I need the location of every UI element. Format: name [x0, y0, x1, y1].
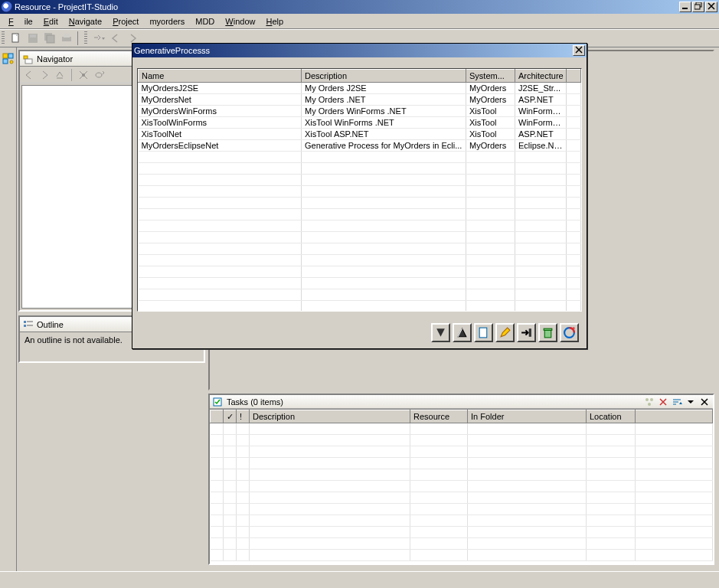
save-all-button[interactable]: [41, 30, 58, 47]
tasks-col-header[interactable]: Resource: [410, 410, 468, 423]
move-down-button[interactable]: [431, 323, 450, 342]
table-row[interactable]: [139, 266, 581, 278]
svg-rect-12: [3, 59, 8, 64]
tasks-col-header[interactable]: [636, 410, 713, 423]
table-row[interactable]: MyOrdersEclipseNetGenerative Process for…: [139, 140, 581, 152]
table-row[interactable]: [139, 198, 581, 209]
restore-button[interactable]: [692, 2, 704, 12]
run-button[interactable]: [560, 323, 579, 342]
perspective-bar: [0, 47, 17, 571]
import-button[interactable]: [517, 323, 536, 342]
edit-button[interactable]: [495, 323, 515, 342]
svg-rect-28: [544, 328, 552, 330]
table-row[interactable]: XisToolNetXisTool ASP.NETXisToolASP.NET: [139, 129, 581, 140]
open-perspective-button[interactable]: [0, 51, 17, 67]
table-row[interactable]: [139, 243, 581, 255]
print-button[interactable]: [58, 30, 75, 47]
nav-up-icon[interactable]: [54, 69, 66, 81]
app-icon: [2, 2, 12, 12]
tasks-row[interactable]: [211, 538, 713, 550]
table-row[interactable]: [139, 255, 581, 266]
tasks-close-icon[interactable]: [699, 397, 710, 407]
toolbar-handle-2[interactable]: [84, 31, 87, 45]
tasks-col-header[interactable]: Description: [250, 410, 410, 423]
tasks-col-header[interactable]: Location: [587, 410, 636, 423]
svg-rect-25: [479, 328, 487, 338]
tasks-row[interactable]: [211, 504, 713, 515]
table-row[interactable]: XisToolWinFormsXisTool WinForms .NETXisT…: [139, 117, 581, 129]
tasks-row[interactable]: [211, 423, 713, 435]
tasks-row[interactable]: [211, 515, 713, 527]
tasks-row[interactable]: [211, 481, 713, 492]
tasks-menu-icon[interactable]: [685, 397, 696, 407]
tasks-row[interactable]: [211, 435, 713, 446]
tasks-col-header[interactable]: In Folder: [468, 410, 587, 423]
tasks-row[interactable]: [211, 527, 713, 538]
menu-edit[interactable]: Edit: [38, 15, 64, 28]
menu-help[interactable]: Help: [260, 15, 289, 28]
save-button[interactable]: [25, 30, 41, 47]
table-row[interactable]: [139, 301, 581, 312]
menu-navigate[interactable]: Navigate: [64, 15, 107, 28]
minimize-button[interactable]: [679, 2, 691, 12]
close-button[interactable]: [705, 2, 717, 12]
col-header[interactable]: System...: [466, 70, 515, 83]
collapse-all-icon[interactable]: [77, 69, 90, 81]
svg-point-16: [82, 74, 85, 77]
tasks-sort-icon[interactable]: [672, 397, 682, 407]
table-row[interactable]: MyOrdersJ2SEMy Orders J2SEMyOrdersJ2SE_S…: [139, 83, 581, 94]
col-header[interactable]: Architecture: [515, 70, 567, 83]
nav-dropdown-button[interactable]: [90, 30, 107, 47]
tasks-col-header[interactable]: ✓: [224, 410, 237, 423]
nav-forward-icon[interactable]: [38, 69, 51, 81]
menu-window[interactable]: Window: [220, 15, 260, 28]
delete-button[interactable]: [538, 323, 557, 342]
svg-rect-3: [12, 34, 18, 42]
table-row[interactable]: [139, 232, 581, 243]
new-button[interactable]: [8, 30, 25, 47]
menu-mdd[interactable]: MDD: [190, 15, 220, 28]
table-row[interactable]: [139, 220, 581, 232]
menu-project[interactable]: Project: [107, 15, 144, 28]
svg-rect-0: [682, 8, 688, 9]
tasks-row[interactable]: [211, 469, 713, 481]
table-row[interactable]: [139, 152, 581, 163]
link-editor-icon[interactable]: [93, 69, 105, 81]
table-row[interactable]: [139, 175, 581, 186]
tasks-row[interactable]: [211, 446, 713, 458]
tasks-row[interactable]: [211, 458, 713, 469]
process-table[interactable]: NameDescriptionSystem...Architecture MyO…: [138, 69, 581, 312]
table-row[interactable]: [139, 289, 581, 301]
table-row[interactable]: [139, 186, 581, 198]
tasks-filter-icon[interactable]: [644, 397, 655, 407]
tasks-row[interactable]: [211, 550, 713, 561]
menu-bar: File Edit Navigate Project myorders MDD …: [0, 14, 719, 29]
menu-myorders[interactable]: myorders: [144, 15, 190, 28]
tasks-icon: [213, 397, 224, 407]
svg-rect-20: [27, 325, 33, 326]
table-row[interactable]: MyOrdersWinFormsMy Orders WinForms .NETX…: [139, 106, 581, 117]
col-header[interactable]: Name: [139, 70, 302, 83]
menu-file[interactable]: File: [3, 15, 38, 28]
tasks-title: Tasks (0 items): [227, 397, 283, 407]
tasks-col-header[interactable]: !: [237, 410, 250, 423]
table-row[interactable]: [139, 209, 581, 220]
col-header[interactable]: Description: [302, 70, 466, 83]
table-row[interactable]: [139, 278, 581, 289]
move-up-button[interactable]: [453, 323, 472, 342]
svg-rect-19: [24, 325, 26, 327]
tasks-row[interactable]: [211, 492, 713, 504]
svg-rect-5: [30, 34, 36, 38]
svg-rect-2: [694, 5, 700, 9]
table-row[interactable]: [139, 163, 581, 175]
tasks-table[interactable]: ✓!DescriptionResourceIn FolderLocation: [210, 410, 713, 561]
nav-back-icon[interactable]: [23, 69, 35, 81]
toolbar-handle[interactable]: [2, 31, 5, 45]
svg-rect-18: [27, 321, 33, 322]
back-button[interactable]: [107, 30, 124, 47]
table-row[interactable]: MyOrdersNetMy Orders .NETMyOrdersASP.NET: [139, 94, 581, 106]
tasks-delete-icon[interactable]: [658, 397, 668, 407]
dialog-close-button[interactable]: [573, 45, 585, 56]
new-button[interactable]: [474, 323, 493, 342]
tasks-col-header[interactable]: [211, 410, 224, 423]
